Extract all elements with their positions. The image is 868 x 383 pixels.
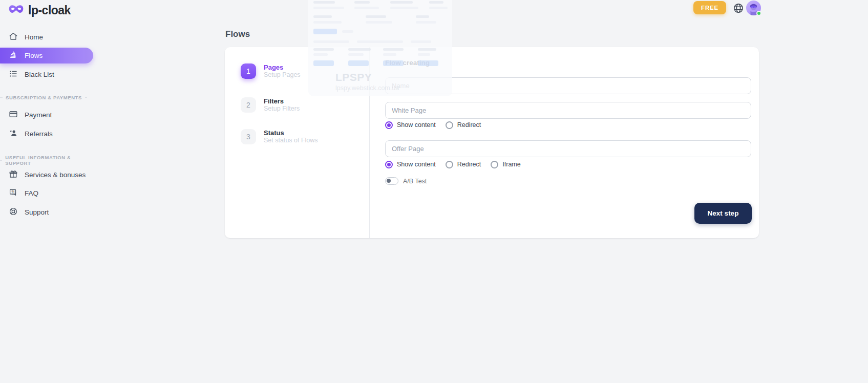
sidebar-item-black-list[interactable]: Black List bbox=[0, 67, 93, 82]
referral-user-icon bbox=[9, 129, 18, 139]
sidebar-item-label: Flows bbox=[25, 52, 43, 59]
sidebar-item-label: Home bbox=[25, 33, 43, 41]
mask-logo-icon bbox=[8, 4, 24, 17]
wizard-step-filters[interactable]: 2 Filters Setup Filters bbox=[241, 97, 300, 113]
sidebar-item-label: Black List bbox=[25, 71, 54, 78]
wizard-step-pages[interactable]: 1 Pages Setup Pages bbox=[241, 63, 301, 79]
app-name: lp-cloak bbox=[28, 4, 71, 17]
ab-test-toggle[interactable]: A/B Test bbox=[385, 177, 427, 185]
radio-icon bbox=[491, 161, 498, 168]
step-number-badge: 2 bbox=[241, 97, 256, 113]
gift-icon bbox=[9, 169, 18, 180]
radio-icon bbox=[446, 121, 453, 129]
flow-name-input[interactable] bbox=[385, 77, 751, 94]
sidebar-item-label: Referrals bbox=[25, 130, 53, 138]
step-title: Pages bbox=[264, 63, 301, 71]
lifebuoy-icon bbox=[9, 207, 18, 218]
radio-white-redirect[interactable]: Redirect bbox=[446, 121, 481, 129]
app-logo[interactable]: lp-cloak bbox=[8, 4, 71, 17]
radio-offer-show-content[interactable]: Show content bbox=[385, 161, 436, 168]
sidebar-item-faq[interactable]: ?! FAQ bbox=[0, 185, 93, 201]
faq-chat-icon: ?! bbox=[9, 188, 18, 199]
step-subtitle: Set status of Flows bbox=[264, 137, 318, 144]
home-icon bbox=[9, 32, 18, 42]
radio-offer-redirect[interactable]: Redirect bbox=[446, 161, 481, 168]
online-status-dot bbox=[756, 11, 761, 16]
radio-white-show-content[interactable]: Show content bbox=[385, 121, 436, 129]
svg-text:?!: ?! bbox=[11, 190, 14, 194]
step-subtitle: Setup Filters bbox=[264, 105, 300, 113]
form-title: Flow creating bbox=[385, 59, 430, 67]
sidebar-item-services-bonuses[interactable]: Services & bonuses bbox=[0, 167, 93, 183]
sidebar-section-subscription-payments: SUBSCRIPTION & PAYMENTS bbox=[0, 95, 93, 100]
card-divider bbox=[369, 47, 370, 238]
sidebar-section-useful-info-support: USEFUL INFORMATION & SUPPORT bbox=[0, 155, 93, 166]
next-step-button[interactable]: Next step bbox=[694, 203, 752, 224]
step-subtitle: Setup Pages bbox=[264, 71, 301, 79]
sidebar-item-label: Payment bbox=[25, 111, 52, 119]
sidebar-item-label: Support bbox=[25, 208, 49, 216]
step-number-badge: 1 bbox=[241, 63, 256, 79]
radio-icon bbox=[446, 161, 453, 168]
flow-creating-card: 1 Pages Setup Pages 2 Filters Setup Filt… bbox=[225, 47, 759, 238]
list-icon bbox=[9, 69, 18, 80]
user-avatar[interactable] bbox=[746, 1, 761, 15]
sidebar-item-label: Services & bonuses bbox=[25, 171, 86, 179]
sidebar-item-referrals[interactable]: Referrals bbox=[0, 126, 93, 142]
radio-icon bbox=[385, 161, 393, 168]
offer-page-mode-radios: Show content Redirect Iframe bbox=[385, 160, 521, 168]
page-title: Flows bbox=[225, 29, 250, 39]
ab-test-label: A/B Test bbox=[403, 178, 427, 185]
offer-page-input[interactable] bbox=[385, 140, 751, 157]
sidebar: lp-cloak Home Flows Black List SUBSCRIPT… bbox=[0, 0, 102, 383]
step-title: Filters bbox=[264, 97, 300, 105]
sidebar-item-label: FAQ bbox=[25, 189, 38, 197]
sidebar-item-flows[interactable]: Flows bbox=[0, 48, 93, 63]
credit-card-icon bbox=[9, 110, 18, 120]
sidebar-item-home[interactable]: Home bbox=[0, 29, 93, 45]
step-number-badge: 3 bbox=[241, 129, 256, 144]
radio-icon bbox=[385, 121, 393, 129]
radio-offer-iframe[interactable]: Iframe bbox=[491, 161, 520, 168]
white-page-input[interactable] bbox=[385, 102, 751, 119]
white-page-mode-radios: Show content Redirect bbox=[385, 121, 481, 129]
plan-free-badge[interactable]: FREE bbox=[693, 1, 726, 14]
flows-icon bbox=[9, 50, 18, 61]
sidebar-item-support[interactable]: Support bbox=[0, 204, 93, 220]
sidebar-item-payment[interactable]: Payment bbox=[0, 107, 93, 123]
step-title: Status bbox=[264, 129, 318, 137]
toggle-icon bbox=[385, 177, 398, 185]
language-globe-icon[interactable] bbox=[733, 3, 744, 14]
wizard-step-status[interactable]: 3 Status Set status of Flows bbox=[241, 129, 318, 144]
